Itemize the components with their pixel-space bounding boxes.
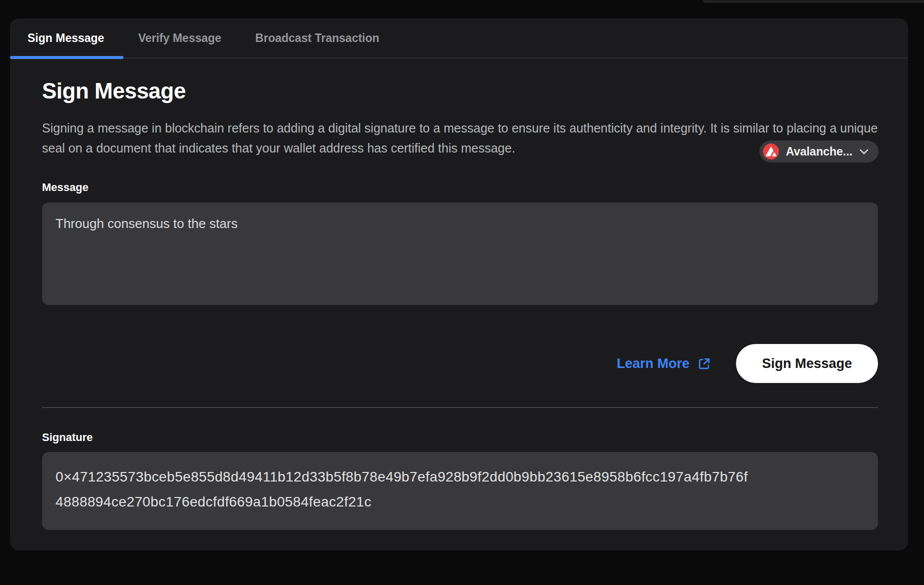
tab-broadcast-transaction[interactable]: Broadcast Transaction xyxy=(256,32,380,45)
message-label: Message xyxy=(42,181,878,194)
cropped-overlay-edge xyxy=(702,0,924,3)
signature-label: Signature xyxy=(42,431,878,444)
network-label: Avalanche... xyxy=(786,145,852,158)
tab-sign-message[interactable]: Sign Message xyxy=(28,32,104,45)
tab-bar: Sign Message Verify Message Broadcast Tr… xyxy=(10,18,908,58)
avalanche-icon xyxy=(763,144,779,160)
section-divider xyxy=(42,407,878,408)
external-link-icon xyxy=(698,357,711,370)
description-text: Signing a message in blockchain refers t… xyxy=(42,118,878,158)
chevron-down-icon xyxy=(860,149,868,154)
learn-more-link[interactable]: Learn More xyxy=(616,356,711,372)
signature-output[interactable]: 0×471235573bceb5e855d8d49411b12d33b5f8b7… xyxy=(42,452,878,530)
signature-value: 0×471235573bceb5e855d8d49411b12d33b5f8b7… xyxy=(56,464,756,514)
page-title: Sign Message xyxy=(42,79,878,103)
actions-row: Learn More Sign Message xyxy=(42,344,878,383)
network-selector[interactable]: Avalanche... xyxy=(760,140,878,162)
tab-panel-sign-message: Sign Message Avalanche... Signing a mess… xyxy=(10,79,908,530)
active-tab-indicator xyxy=(10,56,124,59)
message-input[interactable]: Through consensus to the stars xyxy=(42,202,878,305)
signer-card: Sign Message Verify Message Broadcast Tr… xyxy=(10,18,908,550)
tab-verify-message[interactable]: Verify Message xyxy=(138,32,221,45)
sign-message-button[interactable]: Sign Message xyxy=(736,344,878,383)
learn-more-label: Learn More xyxy=(616,356,690,372)
